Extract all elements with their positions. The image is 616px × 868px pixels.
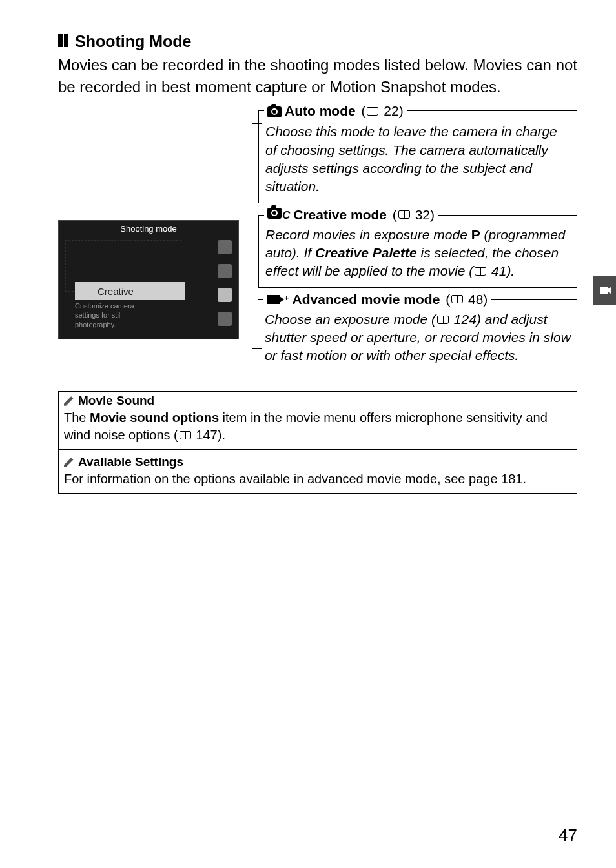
screenshot-header: Shooting mode [59,221,238,237]
creative-page-ref: ( 32) [389,207,435,223]
section-marker-icon [58,34,70,50]
book-icon [451,295,463,303]
screenshot-label: Creative [75,282,185,300]
auto-mode-title-wrap: Auto mode ( 22) [264,103,407,119]
sublabel-line: photography. [75,321,116,328]
page-number: 47 [559,825,577,845]
mode-icon-best-moment [218,240,232,254]
advanced-mode-body: Choose an exposure mode ( 124) and adjus… [265,310,571,365]
shooting-mode-screenshot: Shooting mode Creative Customize camera … [58,220,239,339]
movie-sound-option-label: Movie sound options [90,410,219,425]
movie-sound-header: Movie Sound [64,394,571,408]
advanced-mode-box: + Advanced movie mode ( 48) Choose an ex… [258,299,577,372]
creative-mode-label: Creative mode [293,207,387,223]
body-text: Record movies in exposure mode [265,227,471,242]
mode-section: Shooting mode Creative Customize camera … [58,110,577,371]
auto-mode-title: Auto mode ( 22) [267,103,404,119]
book-icon [437,316,449,324]
sublabel-line: settings for still [75,311,122,319]
ref-number: 48 [468,292,483,307]
screenshot-body: Creative Customize camera settings for s… [59,237,238,334]
movie-sound-title: Movie Sound [78,394,154,408]
creative-mode-body: Record movies in exposure mode P (progra… [265,226,570,281]
book-icon [180,431,191,439]
body-text: ). [218,428,225,442]
mode-icon-creative [218,288,232,302]
sublabel-line: Customize camera [75,302,134,310]
screenshot-mode-icons [218,237,232,326]
ref-number: 147 [196,428,217,442]
section-title: Shooting Mode [75,32,192,51]
body-text: ). [506,263,515,278]
auto-page-ref: ( 22) [358,103,404,119]
connector-line [252,123,252,472]
advanced-mode-title-wrap: + Advanced movie mode ( 48) [263,292,491,307]
auto-mode-body: Choose this mode to leave the camera in … [265,123,570,196]
movie-plus-icon: + [267,295,289,304]
available-settings-body: For information on the options available… [64,470,571,488]
note-divider [59,449,577,450]
creative-mode-title-wrap: C Creative mode ( 32) [264,207,438,223]
notes-box: Movie Sound The Movie sound options item… [58,391,577,494]
ref-number: 22 [384,103,398,119]
pencil-icon [64,457,74,467]
advanced-mode-label: Advanced movie mode [293,292,440,307]
intro-text: Movies can be recorded in the shooting m… [58,54,577,97]
book-icon [475,267,486,276]
body-text: Choose an exposure mode ( [265,312,436,327]
book-icon [398,210,410,219]
advanced-page-ref: ( 48) [442,292,488,307]
body-text: The [64,410,90,425]
auto-mode-box: Auto mode ( 22) Choose this mode to leav… [258,110,577,203]
creative-mode-title: C Creative mode ( 32) [267,207,435,223]
pencil-icon [64,396,74,406]
camera-icon [267,103,282,119]
available-settings-header: Available Settings [64,455,571,469]
side-tab-movie [593,276,616,305]
creative-palette-label: Creative Palette [315,245,417,260]
available-settings-title: Available Settings [78,455,183,469]
camera-c-icon: C [267,208,290,222]
exposure-p: P [471,227,480,242]
movie-tab-icon [597,283,613,298]
connector-line [252,472,326,472]
ref-number: 32 [415,207,430,223]
advanced-mode-title: + Advanced movie mode ( 48) [267,292,488,307]
mode-icon-auto [218,264,232,278]
movie-sound-body: The Movie sound options item in the movi… [64,409,571,444]
book-icon [367,107,378,116]
section-header: Shooting Mode [58,32,577,51]
connector-line [241,278,252,278]
mode-icon-movie [218,312,232,326]
screenshot-sublabel: Customize camera settings for still phot… [75,301,134,329]
ref-number: 124 [454,312,477,327]
auto-mode-label: Auto mode [285,103,356,119]
ref-number: 41 [491,263,506,278]
creative-mode-box: C Creative mode ( 32) Record movies in e… [258,215,577,288]
